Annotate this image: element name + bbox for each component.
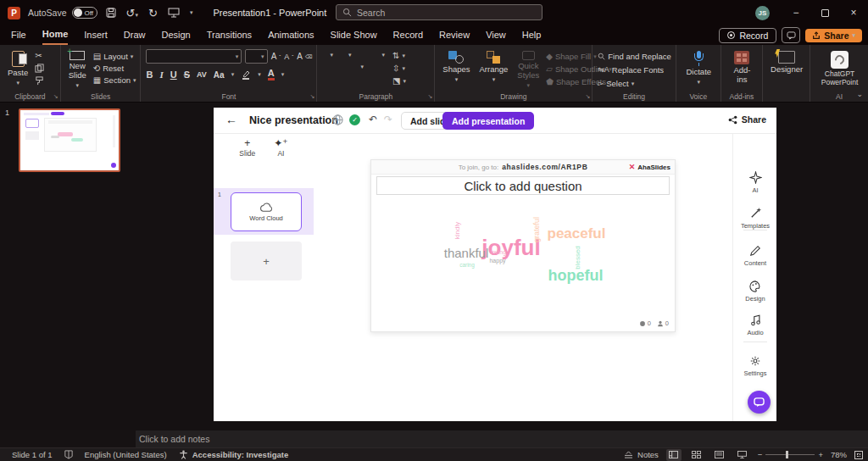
share-button[interactable]: Share ▾	[805, 29, 862, 42]
sidebar-item-settings[interactable]: Settings	[733, 355, 777, 377]
record-button[interactable]: Record	[719, 28, 776, 43]
tab-transitions[interactable]: Transitions	[207, 26, 252, 44]
sidebar-item-audio[interactable]: Audio	[733, 314, 777, 336]
slide-canvas[interactable]: To join, go to: ahaslides.com/AR1PB ✕ Ah…	[370, 159, 676, 332]
presentation-title[interactable]: Nice presentation	[249, 114, 338, 126]
restore-button[interactable]	[810, 0, 839, 25]
zoom-slider-thumb[interactable]	[786, 451, 788, 458]
undo-icon[interactable]: ↺▾	[126, 8, 138, 19]
minimize-button[interactable]: −	[782, 0, 810, 25]
qat-customize-icon[interactable]: ▾	[190, 9, 193, 16]
section-button[interactable]: ▦Section▾	[93, 75, 136, 85]
font-size-combo[interactable]: ▾	[245, 49, 267, 64]
sidebar-item-design[interactable]: Design	[733, 280, 777, 303]
highlight-button[interactable]	[241, 69, 251, 80]
tab-insert[interactable]: Insert	[84, 26, 108, 44]
replace-fonts-button[interactable]: ⇋AReplace Fonts	[598, 65, 670, 75]
notes-area[interactable]: Click to add notes	[136, 430, 868, 447]
format-painter-icon[interactable]	[35, 76, 44, 86]
addins-button[interactable]: Add-ins	[726, 49, 758, 91]
sidebar-item-templates[interactable]: Templates	[733, 207, 777, 230]
reset-button[interactable]: ⟲Reset	[93, 64, 136, 73]
zoom-in-button[interactable]: +	[818, 450, 823, 459]
addin-undo-icon[interactable]: ↶	[369, 114, 377, 125]
select-button[interactable]: ▻Select▾	[598, 79, 670, 88]
paragraph-dialog-launcher[interactable]: ↘	[427, 93, 432, 100]
smartart-button[interactable]: ⬔▾	[392, 77, 406, 86]
globe-icon[interactable]	[332, 114, 343, 125]
font-name-combo[interactable]: ▾	[146, 49, 242, 64]
font-color-button[interactable]: A	[268, 69, 275, 81]
tab-slide-show[interactable]: Slide Show	[331, 26, 377, 44]
collapse-ribbon-icon[interactable]: ⌄	[856, 90, 863, 98]
slide-sorter-view-button[interactable]	[689, 449, 704, 461]
strikethrough-button[interactable]: S	[184, 69, 190, 80]
shapes-button[interactable]: Shapes▾	[440, 49, 472, 91]
layout-button[interactable]: ▤Layout▾	[93, 52, 136, 61]
sidebar-item-ai[interactable]: AI	[733, 171, 777, 194]
copy-icon[interactable]	[35, 64, 44, 73]
text-direction-button[interactable]: ⇅▾	[392, 52, 406, 60]
drawing-dialog-launcher[interactable]: ↘	[585, 93, 590, 100]
tab-draw[interactable]: Draw	[124, 26, 146, 44]
accessibility-status[interactable]: Accessibility: Investigate	[179, 450, 289, 459]
fit-to-window-icon[interactable]	[854, 451, 863, 459]
tab-review[interactable]: Review	[439, 26, 470, 44]
underline-button[interactable]: U	[170, 69, 177, 80]
notes-toggle[interactable]: Notes	[624, 450, 659, 459]
add-presentation-button[interactable]: Add presentation	[442, 112, 534, 130]
find-replace-button[interactable]: Find and Replace	[598, 52, 670, 61]
tab-file[interactable]: File	[11, 26, 26, 44]
tab-help[interactable]: Help	[522, 26, 542, 44]
slide-1-thumbnail[interactable]	[19, 108, 120, 172]
question-input[interactable]: Click to add question	[376, 176, 670, 195]
tab-home[interactable]: Home	[42, 25, 69, 45]
slideshow-icon[interactable]	[168, 8, 180, 18]
paste-button[interactable]: Paste▾	[5, 49, 31, 91]
shrink-font-button[interactable]: Aˇ	[284, 49, 293, 64]
clipboard-dialog-launcher[interactable]: ↘	[53, 93, 58, 100]
search-input[interactable]: Search	[336, 4, 542, 20]
new-slide-addin-button[interactable]: + Slide	[239, 138, 255, 158]
italic-button[interactable]: I	[159, 69, 163, 80]
redo-icon[interactable]: ↻	[148, 8, 158, 19]
quick-styles-button[interactable]: Quick Styles▾	[515, 49, 542, 91]
tab-animations[interactable]: Animations	[268, 26, 314, 44]
change-case-button[interactable]: Aa	[214, 70, 225, 80]
new-slide-button[interactable]: + New Slide▾	[66, 49, 89, 91]
align-text-button[interactable]: ⇳▾	[392, 64, 406, 73]
autosave-toggle[interactable]: Off	[72, 7, 97, 19]
clear-formatting-button[interactable]: A⌫	[297, 49, 312, 64]
chat-fab-button[interactable]	[748, 391, 771, 414]
add-slide-placeholder[interactable]: +	[231, 242, 302, 280]
dictate-button[interactable]: Dictate▾	[683, 49, 714, 91]
user-avatar[interactable]: JS	[755, 6, 770, 20]
grow-font-button[interactable]: Aˆ	[271, 49, 281, 64]
addin-share-button[interactable]: Share	[728, 114, 766, 125]
designer-button[interactable]: Designer	[768, 49, 805, 91]
tab-design[interactable]: Design	[161, 26, 190, 44]
comments-button[interactable]	[782, 27, 800, 43]
arrange-button[interactable]: Arrange▾	[477, 49, 511, 91]
spellcheck-icon[interactable]	[64, 450, 73, 459]
slideshow-view-button[interactable]	[735, 449, 750, 461]
close-button[interactable]: ×	[839, 0, 868, 25]
slide-list-item-selected[interactable]: 1 Word Cloud	[214, 188, 314, 235]
back-arrow-icon[interactable]: ←	[225, 113, 237, 126]
addin-redo-icon[interactable]: ↷	[384, 114, 392, 125]
character-spacing-button[interactable]: AV	[197, 70, 207, 79]
tab-record[interactable]: Record	[393, 26, 423, 44]
save-icon[interactable]	[106, 8, 116, 18]
zoom-out-button[interactable]: −	[758, 450, 763, 459]
word-cloud-slide-card[interactable]: Word Cloud	[231, 192, 302, 231]
reading-view-button[interactable]	[712, 449, 727, 461]
zoom-level[interactable]: 78%	[831, 450, 847, 459]
language-status[interactable]: English (United States)	[85, 450, 167, 459]
cut-icon[interactable]: ✂	[35, 52, 44, 60]
ai-addin-button[interactable]: ✦⁺ AI	[274, 138, 287, 158]
chatgpt-powerpoint-button[interactable]: ChatGPT PowerPoint	[815, 49, 864, 91]
tab-view[interactable]: View	[486, 26, 506, 44]
zoom-slider[interactable]	[765, 454, 815, 455]
sidebar-item-content[interactable]: Content	[733, 245, 777, 267]
normal-view-button[interactable]	[666, 449, 682, 461]
